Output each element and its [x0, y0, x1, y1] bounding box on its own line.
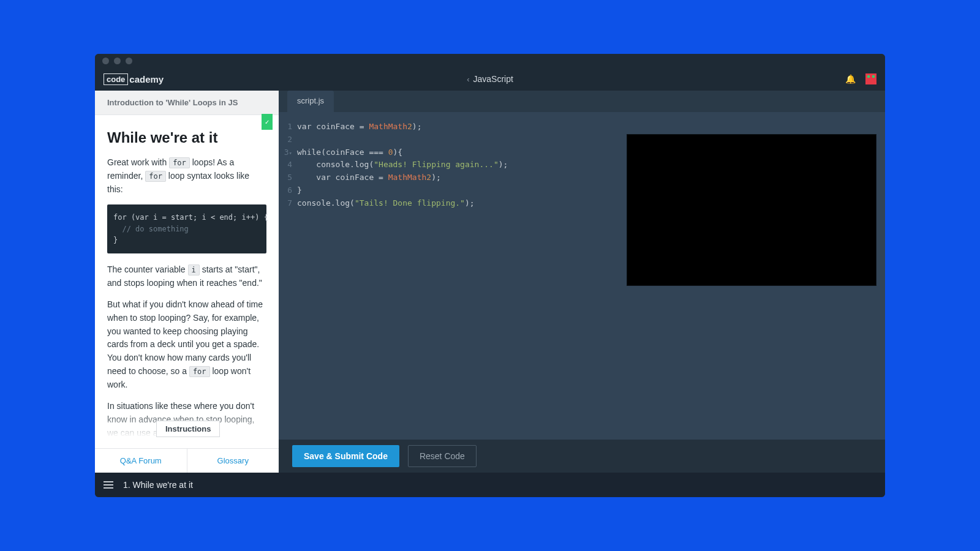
lesson-footer: Q&A Forum Glossary: [95, 448, 279, 473]
window-close-dot[interactable]: [102, 58, 109, 64]
logo-box: code: [104, 73, 128, 85]
breadcrumb-label: JavaScript: [473, 74, 513, 84]
window-titlebar: [95, 54, 885, 67]
editor-tab-scriptjs[interactable]: script.js: [287, 91, 334, 112]
topbar-right: 🔔: [845, 73, 876, 84]
bottom-bar: 1. While we're at it: [95, 473, 885, 497]
lesson-body: While we're at it Great work with for lo…: [95, 115, 279, 448]
avatar[interactable]: [865, 73, 876, 84]
chevron-left-icon: ‹: [467, 75, 469, 84]
lesson-p3: But what if you didn't know ahead of tim…: [107, 298, 266, 391]
bottom-title[interactable]: 1. While we're at it: [123, 480, 193, 490]
app-window: codecademy ‹ JavaScript 🔔 Introduction t…: [95, 54, 885, 497]
code-inline: for: [189, 366, 210, 377]
code-lines[interactable]: var coinFace = MathMath2); while(coinFac…: [297, 121, 508, 440]
topbar: codecademy ‹ JavaScript 🔔: [95, 67, 885, 91]
lesson-header: Introduction to 'While' Loops in JS: [95, 91, 279, 115]
editor-panel: script.js 1 2 3▾ 4 5 6 7 var coinFace = …: [279, 91, 885, 473]
code-block: for (var i = start; i < end; i++) { // d…: [107, 204, 266, 253]
editor-tabs: script.js: [279, 91, 885, 112]
lesson-p2: The counter variable i starts at "start"…: [107, 263, 266, 290]
code-inline: i: [188, 264, 200, 276]
logo-text: cademy: [129, 74, 164, 84]
editor-footer: Save & Submit Code Reset Code: [279, 440, 885, 473]
gutter: 1 2 3▾ 4 5 6 7: [279, 121, 297, 440]
window-max-dot[interactable]: [126, 58, 132, 64]
bell-icon[interactable]: 🔔: [845, 74, 856, 84]
lesson-p1: Great work with for loops! As a reminder…: [107, 156, 266, 196]
main-area: Introduction to 'While' Loops in JS ✓ Wh…: [95, 91, 885, 473]
save-submit-button[interactable]: Save & Submit Code: [292, 445, 399, 467]
window-min-dot[interactable]: [114, 58, 121, 64]
output-console[interactable]: [627, 134, 876, 286]
glossary-link[interactable]: Glossary: [187, 449, 279, 473]
reset-code-button[interactable]: Reset Code: [408, 445, 477, 467]
logo[interactable]: codecademy: [104, 73, 164, 85]
lesson-title: While we're at it: [107, 126, 266, 149]
breadcrumb[interactable]: ‹ JavaScript: [467, 74, 513, 84]
qa-forum-link[interactable]: Q&A Forum: [95, 449, 187, 473]
instructions-tab[interactable]: Instructions: [156, 421, 220, 437]
code-inline: for: [169, 157, 190, 168]
code-editor[interactable]: 1 2 3▾ 4 5 6 7 var coinFace = MathMath2)…: [279, 112, 885, 440]
lesson-panel: Introduction to 'While' Loops in JS ✓ Wh…: [95, 91, 279, 473]
code-inline: for: [145, 171, 166, 182]
menu-icon[interactable]: [104, 481, 113, 489]
